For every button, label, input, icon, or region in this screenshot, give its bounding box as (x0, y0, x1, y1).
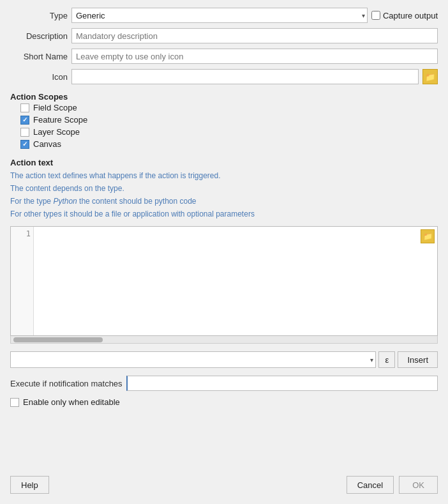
scope-item-feature: Feature Scope (20, 115, 438, 125)
scope-item-layer: Layer Scope (20, 127, 438, 137)
scrollbar-thumb (13, 337, 103, 342)
epsilon-button[interactable]: ε (378, 351, 395, 368)
action-text-title: Action text (10, 158, 438, 167)
insert-row: ▾ ε Insert (10, 351, 438, 368)
description-label: Description (10, 31, 68, 41)
enable-editable-checkbox[interactable] (10, 398, 19, 407)
notify-input[interactable] (126, 376, 438, 391)
capture-output-label: Capture output (383, 11, 438, 20)
type-select[interactable]: Generic (71, 8, 368, 23)
enable-editable-label: Enable only when editable (23, 397, 120, 407)
action-text-desc2: The content depends on the type. (10, 183, 438, 194)
editor-folder-button[interactable]: 📁 (421, 229, 435, 243)
field-scope-label: Field Scope (33, 103, 77, 112)
action-scopes-title: Action Scopes (10, 92, 438, 102)
scope-item-field: Field Scope (20, 103, 438, 112)
action-scopes-section: Action Scopes Field Scope Feature Scope … (10, 89, 438, 149)
icon-label: Icon (10, 72, 68, 82)
capture-output-checkbox[interactable] (371, 11, 380, 20)
folder-icon: 📁 (425, 72, 435, 82)
cancel-button[interactable]: Cancel (347, 476, 394, 494)
action-text-desc3: For the type Python the content should b… (10, 195, 438, 207)
insert-select-wrapper: ▾ (10, 351, 376, 368)
notify-label: Execute if notification matches (10, 379, 123, 388)
icon-folder-button[interactable]: 📁 (422, 69, 438, 84)
icon-input[interactable] (71, 69, 419, 84)
scope-item-canvas: Canvas (20, 139, 438, 149)
editor-wrapper: 1 📁 (10, 226, 438, 336)
capture-output-row: Capture output (371, 11, 438, 20)
feature-scope-label: Feature Scope (33, 115, 87, 125)
right-buttons: Cancel OK (347, 476, 438, 494)
action-text-section: Action text The action text defines what… (10, 155, 438, 220)
description-input[interactable] (71, 28, 438, 43)
line-number-1: 1 (13, 229, 31, 238)
enable-row: Enable only when editable (10, 397, 438, 407)
action-text-desc1: The action text defines what happens if … (10, 170, 438, 181)
bottom-bar: Help Cancel OK (10, 470, 438, 496)
type-select-wrapper: Generic ▾ (71, 8, 368, 23)
layer-scope-checkbox[interactable] (20, 128, 29, 137)
help-button[interactable]: Help (10, 476, 49, 494)
notify-row: Execute if notification matches (10, 376, 438, 391)
layer-scope-label: Layer Scope (33, 127, 80, 137)
feature-scope-checkbox[interactable] (20, 116, 29, 125)
canvas-scope-checkbox[interactable] (20, 140, 29, 149)
editor-textarea[interactable] (34, 227, 437, 335)
type-label: Type (10, 11, 68, 20)
field-scope-checkbox[interactable] (20, 103, 29, 112)
line-numbers: 1 (11, 227, 34, 335)
editor-area: 1 📁 (10, 226, 438, 344)
short-name-input[interactable] (71, 49, 438, 64)
canvas-scope-label: Canvas (33, 139, 61, 149)
short-name-label: Short Name (10, 52, 68, 61)
action-text-desc4: For other types it should be a file or a… (10, 208, 438, 220)
ok-button[interactable]: OK (399, 476, 438, 494)
editor-folder-icon: 📁 (423, 232, 433, 241)
insert-select[interactable] (10, 351, 376, 368)
insert-button[interactable]: Insert (398, 351, 438, 368)
editor-scrollbar[interactable] (10, 336, 438, 344)
scopes-list: Field Scope Feature Scope Layer Scope Ca… (20, 103, 438, 149)
